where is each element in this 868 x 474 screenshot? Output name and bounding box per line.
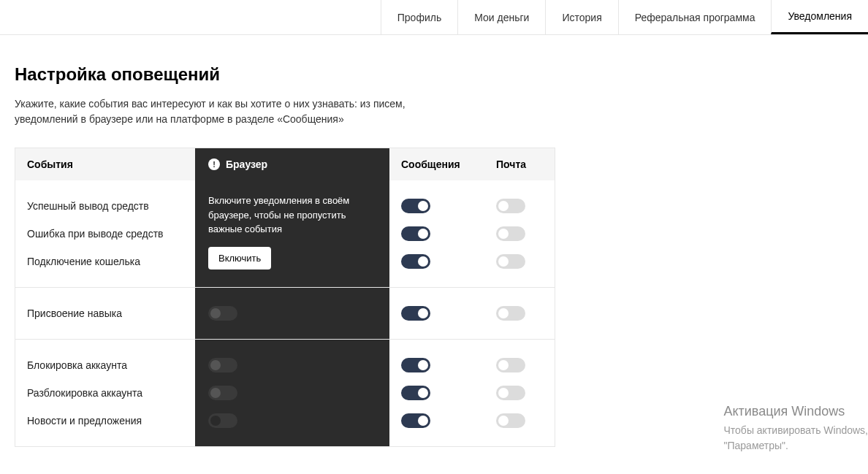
tab-history[interactable]: История (545, 0, 617, 34)
messages-cell (389, 254, 484, 269)
info-icon: ! (208, 158, 220, 170)
event-label: Успешный вывод средств (15, 200, 195, 212)
tab-notifications[interactable]: Уведомления (771, 0, 868, 34)
table-row: Успешный вывод средств (15, 192, 555, 220)
table-row: Подключение кошелька (15, 248, 555, 275)
toggle-knob (418, 308, 428, 318)
col-browser: ! Браузер (195, 148, 389, 180)
messages-cell (389, 199, 484, 213)
page-description: Укажите, какие события вас интересуют и … (15, 96, 424, 127)
browser-cell (195, 306, 389, 321)
toggle[interactable] (401, 254, 430, 269)
col-browser-label: Браузер (226, 158, 267, 170)
messages-cell (389, 413, 484, 428)
event-label: Новости и предложения (15, 415, 195, 427)
toggle[interactable] (496, 413, 525, 428)
browser-cell (195, 386, 389, 400)
toggle[interactable] (208, 413, 237, 428)
toggle[interactable] (208, 358, 237, 372)
table-row: Присвоение навыка (15, 299, 555, 327)
tab-label: Уведомления (788, 10, 852, 22)
watermark-title: Активация Windows (723, 402, 868, 421)
toggle[interactable] (496, 306, 525, 321)
toggle-knob (418, 201, 428, 211)
toggle[interactable] (208, 386, 237, 400)
tab-label: История (562, 12, 601, 23)
tab-label: Реферальная программа (635, 12, 755, 23)
toggle-knob (418, 388, 428, 398)
col-messages: Сообщения (389, 148, 484, 180)
toggle-knob (498, 360, 509, 370)
toggle-knob (498, 256, 509, 267)
mail-cell (484, 386, 555, 400)
table-row: Разблокировка аккаунта (15, 379, 555, 407)
table-row: Ошибка при выводе средств (15, 220, 555, 248)
browser-cell (195, 413, 389, 428)
toggle-knob (498, 308, 509, 318)
toggle[interactable] (496, 254, 525, 269)
event-group: Присвоение навыка (15, 287, 555, 339)
toggle-knob (498, 388, 509, 398)
toggle-knob (418, 360, 428, 370)
tab-label: Профиль (397, 12, 441, 23)
toggle-knob (498, 201, 509, 211)
watermark-line: "Параметры". (723, 438, 868, 454)
mail-cell (484, 226, 555, 241)
tab-money[interactable]: Мои деньги (457, 0, 545, 34)
mail-cell (484, 413, 555, 428)
toggle[interactable] (401, 386, 430, 400)
toggle[interactable] (208, 306, 237, 321)
event-label: Ошибка при выводе средств (15, 228, 195, 240)
notification-table: События ! Браузер Сообщения Почта Включи… (15, 148, 555, 447)
messages-cell (389, 306, 484, 321)
tab-referral[interactable]: Реферальная программа (618, 0, 772, 34)
toggle-knob (210, 308, 221, 318)
toggle[interactable] (496, 199, 525, 213)
messages-cell (389, 386, 484, 400)
event-label: Блокировка аккаунта (15, 359, 195, 371)
top-tabs: Профиль Мои деньги История Реферальная п… (0, 0, 868, 35)
event-group: Блокировка аккаунтаРазблокировка аккаунт… (15, 339, 555, 446)
toggle[interactable] (496, 226, 525, 241)
toggle[interactable] (401, 199, 430, 213)
table-row: Новости и предложения (15, 407, 555, 435)
watermark-line: Чтобы активировать Windows, (723, 423, 868, 438)
windows-activation-watermark: Активация Windows Чтобы активировать Win… (723, 402, 868, 454)
mail-cell (484, 358, 555, 372)
mail-cell (484, 306, 555, 321)
messages-cell (389, 358, 484, 372)
toggle-knob (210, 388, 221, 398)
event-label: Подключение кошелька (15, 256, 195, 267)
toggle[interactable] (401, 226, 430, 241)
tab-profile[interactable]: Профиль (381, 0, 457, 34)
messages-cell (389, 226, 484, 241)
browser-cell (195, 358, 389, 372)
table-row: Блокировка аккаунта (15, 351, 555, 379)
toggle-knob (418, 229, 428, 239)
mail-cell (484, 254, 555, 269)
toggle-knob (498, 416, 509, 426)
event-label: Разблокировка аккаунта (15, 387, 195, 399)
table-header: События ! Браузер Сообщения Почта (15, 148, 555, 180)
event-group: Успешный вывод средствОшибка при выводе … (15, 180, 555, 287)
page-title: Настройка оповещений (15, 64, 541, 85)
toggle[interactable] (401, 358, 430, 372)
toggle-knob (418, 256, 428, 267)
toggle-knob (498, 229, 509, 239)
toggle[interactable] (401, 306, 430, 321)
toggle[interactable] (496, 358, 525, 372)
col-events: События (15, 148, 195, 180)
event-label: Присвоение навыка (15, 307, 195, 319)
toggle-knob (210, 416, 221, 426)
toggle-knob (210, 360, 221, 370)
toggle-knob (418, 416, 428, 426)
toggle[interactable] (496, 386, 525, 400)
toggle[interactable] (401, 413, 430, 428)
tab-label: Мои деньги (474, 12, 529, 23)
col-mail: Почта (484, 148, 555, 180)
mail-cell (484, 199, 555, 213)
